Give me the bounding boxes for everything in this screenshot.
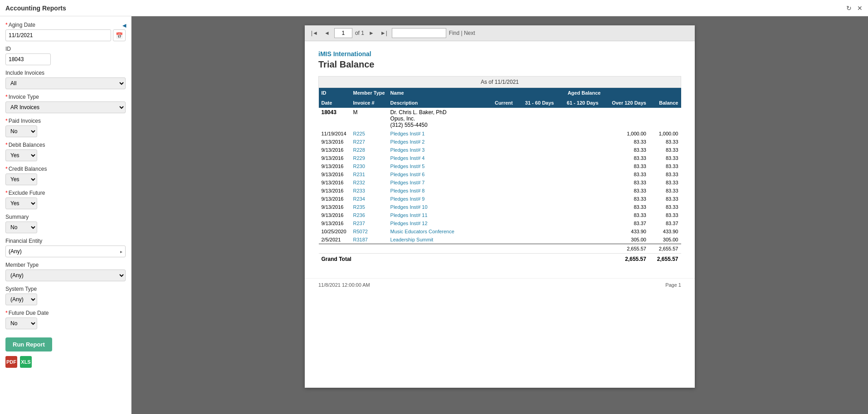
inv-number: R231 — [351, 170, 388, 178]
inv-current — [488, 203, 516, 211]
inv-61-120 — [556, 195, 601, 203]
invoice-row: 9/13/2016 R236 Pledges Inst# 11 83.33 83… — [319, 211, 681, 219]
inv-number: R227 — [351, 138, 388, 146]
inv-current — [488, 170, 516, 178]
financial-entity-label: Financial Entity — [5, 238, 126, 244]
close-button[interactable]: ✕ — [857, 5, 863, 12]
inv-balance: 83.33 — [649, 162, 681, 170]
invoice-row: 10/25/2020 R5072 Music Educators Confere… — [319, 227, 681, 236]
first-page-button[interactable]: |◄ — [309, 29, 320, 37]
inv-date: 9/13/2016 — [319, 170, 351, 178]
inv-date: 9/13/2016 — [319, 195, 351, 203]
next-page-button[interactable]: ► — [367, 29, 376, 37]
summary-group: Summary NoYes — [5, 214, 126, 233]
aging-date-row: 📅 — [5, 29, 126, 41]
inv-31-60 — [516, 236, 557, 244]
paid-invoices-label: Paid Invoices — [5, 118, 126, 124]
credit-balances-group: Credit Balances YesNo — [5, 166, 126, 185]
inv-balance: 83.33 — [649, 187, 681, 195]
inv-date: 9/13/2016 — [319, 203, 351, 211]
inv-61-120 — [556, 178, 601, 187]
inv-desc: Pledges Inst# 9 — [388, 195, 488, 203]
inv-current — [488, 154, 516, 162]
inv-number: R5072 — [351, 227, 388, 236]
credit-balances-select[interactable]: YesNo — [5, 173, 37, 185]
title-bar: Accounting Reports ↻ ✕ — [0, 0, 868, 16]
report-content: iMIS International Trial Balance As of 1… — [305, 41, 695, 274]
inv-desc: Pledges Inst# 10 — [388, 203, 488, 211]
system-type-select[interactable]: (Any) — [5, 294, 37, 305]
inv-desc: Pledges Inst# 11 — [388, 211, 488, 219]
inv-balance: 83.33 — [649, 195, 681, 203]
debit-balances-group: Debit Balances YesNo — [5, 142, 126, 161]
prev-page-button[interactable]: ◄ — [322, 29, 332, 37]
inv-date: 9/13/2016 — [319, 162, 351, 170]
header-group-row: ID Member Type Name Aged Balance — [319, 88, 681, 98]
member-type-select[interactable]: (Any) — [5, 270, 126, 281]
member-type-label: Member Type — [5, 262, 126, 268]
exclude-future-select[interactable]: YesNo — [5, 197, 37, 209]
member-id: 18043 — [319, 108, 351, 130]
inv-over120: 83.33 — [601, 154, 649, 162]
system-type-group: System Type (Any) — [5, 286, 126, 305]
calendar-button[interactable]: 📅 — [113, 29, 126, 41]
inv-current — [488, 138, 516, 146]
inv-31-60 — [516, 211, 557, 219]
page-of: of 1 — [355, 30, 364, 36]
invoice-type-select[interactable]: AR InvoicesAll Invoices — [5, 101, 126, 113]
invoice-row: 9/13/2016 R227 Pledges Inst# 2 83.33 83.… — [319, 138, 681, 146]
paid-invoices-select[interactable]: NoYes — [5, 125, 37, 137]
excel-icon[interactable]: XLS — [20, 356, 32, 368]
inv-number: R237 — [351, 219, 388, 227]
inv-date: 9/13/2016 — [319, 211, 351, 219]
inv-over120: 83.33 — [601, 211, 649, 219]
invoice-row: 9/13/2016 R233 Pledges Inst# 8 83.33 83.… — [319, 187, 681, 195]
refresh-button[interactable]: ↻ — [846, 5, 852, 12]
future-due-date-select[interactable]: NoYes — [5, 318, 37, 329]
id-input[interactable] — [5, 53, 51, 65]
inv-date: 9/13/2016 — [319, 178, 351, 187]
inv-61-120 — [556, 236, 601, 244]
financial-entity-input[interactable]: (Any) ▸ — [5, 246, 126, 257]
page-input[interactable] — [334, 28, 352, 38]
grand-total-row: Grand Total 2,655.57 2,655.57 — [319, 254, 681, 265]
invoice-row: 9/13/2016 R234 Pledges Inst# 9 83.33 83.… — [319, 195, 681, 203]
th-date: Date — [319, 98, 351, 108]
find-label: Find | Next — [449, 30, 475, 36]
inv-desc: Leadership Summit — [388, 236, 488, 244]
inv-current — [488, 162, 516, 170]
inv-date: 9/13/2016 — [319, 138, 351, 146]
date-row: As of 11/1/2021 — [319, 77, 681, 88]
inv-61-120 — [556, 146, 601, 154]
collapse-arrow[interactable]: ◄ — [121, 22, 127, 29]
inv-current — [488, 178, 516, 187]
inv-31-60 — [516, 162, 557, 170]
inv-31-60 — [516, 203, 557, 211]
inv-number: R233 — [351, 187, 388, 195]
app-title: Accounting Reports — [5, 5, 66, 12]
footer-timestamp: 11/8/2021 12:00:00 AM — [318, 282, 370, 288]
inv-desc: Pledges Inst# 7 — [388, 178, 488, 187]
aging-date-input[interactable] — [5, 29, 111, 41]
date-cell: As of 11/1/2021 — [319, 77, 681, 88]
inv-date: 2/5/2021 — [319, 236, 351, 244]
pdf-icon[interactable]: PDF — [5, 356, 17, 368]
run-report-button[interactable]: Run Report — [5, 337, 52, 351]
inv-number: R229 — [351, 154, 388, 162]
inv-over120: 83.33 — [601, 146, 649, 154]
search-input[interactable] — [392, 28, 446, 38]
bottom-icons: PDF XLS — [5, 356, 126, 368]
inv-over120: 305.00 — [601, 236, 649, 244]
member-type-group: Member Type (Any) — [5, 262, 126, 281]
inv-over120: 83.37 — [601, 219, 649, 227]
inv-balance: 305.00 — [649, 236, 681, 244]
debit-balances-select[interactable]: YesNo — [5, 149, 37, 161]
invoice-row: 9/13/2016 R232 Pledges Inst# 7 83.33 83.… — [319, 178, 681, 187]
last-page-button[interactable]: ►| — [379, 29, 389, 37]
inv-balance: 83.33 — [649, 170, 681, 178]
include-invoices-select[interactable]: AllOpenClosed — [5, 77, 126, 89]
summary-select[interactable]: NoYes — [5, 221, 37, 233]
invoice-row: 9/13/2016 R229 Pledges Inst# 4 83.33 83.… — [319, 154, 681, 162]
inv-date: 9/13/2016 — [319, 154, 351, 162]
invoice-row: 9/13/2016 R235 Pledges Inst# 10 83.33 83… — [319, 203, 681, 211]
